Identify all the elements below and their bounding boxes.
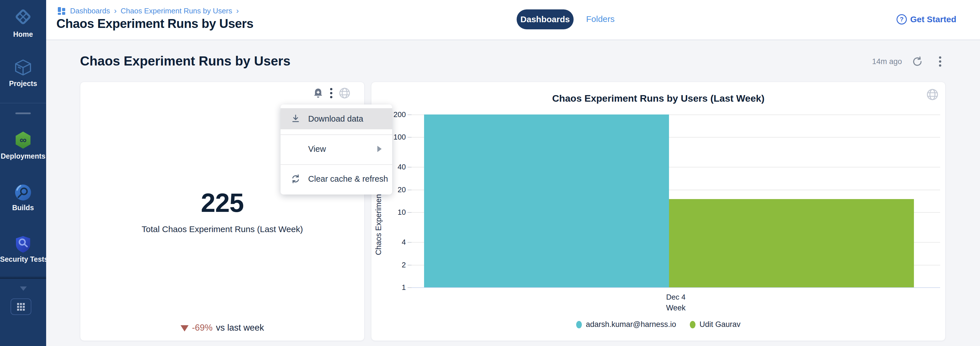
bar-adarsh.kumar@harness.io[interactable] [424,114,669,287]
menu-item-label: Clear cache & refresh [308,174,388,184]
widget-kebab-icon[interactable] [330,88,332,98]
triangle-down-icon [181,325,189,332]
delta-suffix: vs last week [216,323,264,333]
x-axis-title: Week [633,303,719,313]
axis-tick [407,137,412,138]
widget-context-menu: Download data View Clear cache & refresh [280,105,392,195]
sidebar-item-label: Projects [0,79,46,88]
y-tick-label: 1 [380,283,406,292]
harness-logo-icon [14,7,32,26]
sidebar-item-projects[interactable]: Projects [0,59,46,88]
menu-item-download-data[interactable]: Download data [280,108,392,129]
security-shield-icon [14,235,32,253]
bar-Udit Gaurav[interactable] [669,199,914,287]
sidebar-item-builds[interactable]: Builds [0,184,46,212]
menu-item-label: View [308,144,326,154]
axis-tick [407,287,412,288]
chevron-down-icon[interactable] [20,286,27,291]
get-started-link[interactable]: ? Get Started [897,14,956,24]
breadcrumb-link-current[interactable]: Chaos Experiment Runs by Users [121,6,232,15]
download-icon [291,114,301,124]
y-tick-label: 4 [380,238,406,247]
breadcrumb-separator: › [114,6,116,15]
page-title: Chaos Experiment Runs by Users [56,16,253,31]
builds-circle-icon [14,184,32,202]
axis-tick [407,242,412,243]
chart-card: Chaos Experiment Runs by Users (Last Wee… [371,82,945,341]
svg-text:∞: ∞ [20,135,27,145]
globe-icon[interactable] [339,87,351,99]
sidebar-shadow [0,276,46,279]
module-grid-button[interactable] [11,298,31,315]
axis-tick [407,167,412,167]
bar-chart-plot: 200100402010421Dec 4Week [371,82,946,341]
axis-tick [407,265,412,265]
gridline [412,287,940,288]
dashboard-content: Chaos Experiment Runs by Users 14m ago [46,40,980,346]
help-question-icon: ? [897,14,907,24]
refresh-toolbar: 14m ago [872,56,941,67]
module-sidebar: Home Projects [0,0,46,346]
breadcrumb: Dashboards › Chaos Experiment Runs by Us… [57,6,239,15]
refresh-icon [291,174,301,184]
get-started-label: Get Started [910,14,956,24]
axis-tick [407,190,412,190]
menu-divider [280,164,392,165]
chart-legend: adarsh.kumar@harness.ioUdit Gaurav [371,320,945,329]
sidebar-item-label: Home [0,30,46,38]
harness-dashboard-app: Home Projects [0,0,980,346]
legend-label: adarsh.kumar@harness.io [586,320,676,329]
submenu-caret-icon [377,146,382,152]
grid-icon [17,303,25,311]
legend-item[interactable]: Udit Gaurav [690,320,740,329]
sidebar-drag-handle[interactable] [15,113,31,114]
tab-dashboards[interactable]: Dashboards [517,10,574,29]
stat-label: Total Chaos Experiment Runs (Last Week) [80,224,364,234]
tab-folders[interactable]: Folders [586,14,615,24]
cube-icon [14,59,32,76]
sidebar-item-deployments[interactable]: ∞ Deployments [0,130,46,160]
dashboard-title: Chaos Experiment Runs by Users [80,53,291,69]
sidebar-divider [0,103,46,103]
stat-card-toolbar [312,87,351,99]
deployments-hexagon-icon: ∞ [13,130,33,150]
legend-marker-icon [690,321,695,329]
legend-label: Udit Gaurav [700,320,740,329]
refresh-icon[interactable] [912,56,923,67]
y-tick-label: 10 [380,208,406,217]
kebab-menu-icon[interactable] [939,56,941,67]
x-tick-label: Dec 4 [633,293,719,302]
last-refreshed-label: 14m ago [872,57,902,66]
breadcrumb-link-dashboards[interactable]: Dashboards [70,6,110,15]
axis-tick [407,114,412,115]
sidebar-item-security-tests[interactable]: Security Tests [0,235,46,263]
stat-delta: -69% vs last week [80,323,364,333]
alert-bell-icon[interactable] [312,87,324,99]
sidebar-item-home[interactable]: Home [0,7,46,38]
menu-item-clear-cache-refresh[interactable]: Clear cache & refresh [280,168,392,189]
dashboards-grid-icon [57,6,66,15]
delta-percent: -69% [192,323,212,333]
axis-tick [407,212,412,213]
legend-item[interactable]: adarsh.kumar@harness.io [576,320,676,329]
sidebar-item-label: Security Tests [0,255,46,263]
y-tick-label: 2 [380,260,406,270]
sidebar-item-label: Builds [0,204,46,212]
menu-item-view[interactable]: View [280,138,392,159]
menu-item-label: Download data [308,114,363,124]
menu-divider [280,135,392,135]
top-header: Dashboards › Chaos Experiment Runs by Us… [46,0,980,40]
breadcrumb-separator: › [236,6,239,15]
legend-marker-icon [576,321,582,329]
sidebar-item-label: Deployments [0,152,46,160]
